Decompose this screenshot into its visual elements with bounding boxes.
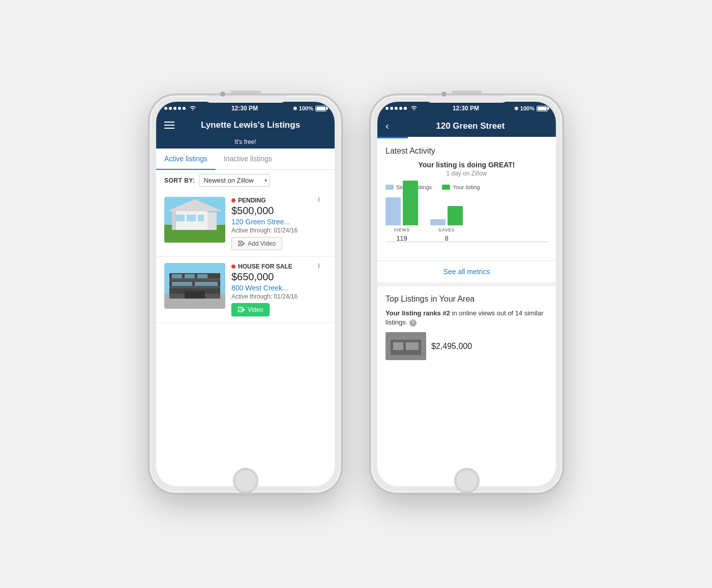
info-icon[interactable]: ? <box>409 319 417 327</box>
listing-img-2 <box>164 263 225 309</box>
svg-rect-3 <box>207 212 217 230</box>
listing-address-2[interactable]: 800 West Creek... <box>231 284 306 292</box>
video-icon-1 <box>238 241 245 247</box>
phone1-camera <box>220 92 225 97</box>
bluetooth-icon: ✱ <box>293 106 297 111</box>
svg-rect-22 <box>172 282 192 286</box>
listing-img-1 <box>164 197 225 243</box>
phone1-nav-bar: Lynette Lewis's Listings <box>156 115 335 135</box>
svg-marker-26 <box>243 308 245 311</box>
preview-price: $2,495,000 <box>431 342 472 351</box>
listing-price-2: $650,000 <box>231 271 306 283</box>
views-yours-bar <box>403 181 418 225</box>
phone2-speaker <box>452 91 482 94</box>
house2-image <box>164 263 225 309</box>
latest-activity-section: Latest Activity Your listing is doing GR… <box>377 138 556 260</box>
legend-yours-box <box>442 185 450 190</box>
phone1: 12:30 PM ✱ 100% Lynette Lewis's Listings <box>150 96 341 492</box>
listing-status-2: HOUSE FOR SALE <box>231 263 306 270</box>
listing-details-1: PENDING $500,000 120 Green Stree... Acti… <box>231 197 306 250</box>
sale-dot <box>231 264 235 269</box>
listing-card-1: PENDING $500,000 120 Green Stree... Acti… <box>156 191 335 257</box>
saves-value: 8 <box>444 234 448 242</box>
see-all-metrics-link[interactable]: See all metrics <box>443 268 490 276</box>
top-listings-title: Top Listings in Your Area <box>385 295 548 304</box>
phone2-nav-title: 120 Green Street <box>393 121 548 131</box>
back-button[interactable]: ‹ <box>385 120 393 132</box>
phone1-promo-text: It's free! <box>234 138 256 145</box>
phone1-nav-title: Lynette Lewis's Listings <box>174 120 327 130</box>
svg-rect-30 <box>406 342 419 350</box>
svg-rect-6 <box>187 215 196 221</box>
saves-bars <box>430 206 463 225</box>
listing-menu-2[interactable]: ··· <box>312 263 327 268</box>
views-label: VIEWS <box>394 227 410 232</box>
svg-rect-19 <box>172 274 182 278</box>
phone1-battery-area: ✱ 100% <box>293 105 327 111</box>
top-listings-section: Top Listings in Your Area Your listing r… <box>377 282 556 368</box>
phone2-home-button[interactable] <box>454 468 480 493</box>
phone2-battery-icon <box>537 106 548 111</box>
phone1-speaker <box>230 91 261 94</box>
listing-price-1: $500,000 <box>231 205 306 217</box>
video-icon-2 <box>238 307 245 313</box>
listing-status-label-2: HOUSE FOR SALE <box>238 263 292 270</box>
svg-marker-12 <box>243 242 245 245</box>
activity-headline: Your listing is doing GREAT! <box>385 161 548 169</box>
phone2-battery-pct: 100% <box>520 105 535 111</box>
phone2-battery-area: ✱ 100% <box>514 105 548 111</box>
views-bars <box>385 181 418 225</box>
house1-image <box>164 197 225 243</box>
phone2-notch <box>426 96 508 103</box>
wifi-icon <box>189 106 196 111</box>
activity-section-title: Latest Activity <box>385 146 548 156</box>
phone2-time: 12:30 PM <box>453 105 479 112</box>
listing-card-2: HOUSE FOR SALE $650,000 800 West Creek..… <box>156 257 335 323</box>
legend-yours: Your listing <box>442 184 480 190</box>
tab-inactive-listings[interactable]: Inactive listings <box>216 149 280 169</box>
sort-select[interactable]: Newest on Zillow Price: High to Low Pric… <box>199 174 270 187</box>
video-btn-2[interactable]: Video <box>231 303 270 316</box>
bluetooth-icon-2: ✱ <box>514 106 518 111</box>
phone2: 12:30 PM ✱ 100% ‹ 120 Green Street Lates… <box>371 96 562 492</box>
svg-rect-21 <box>197 274 207 278</box>
listing-address-1[interactable]: 120 Green Stree... <box>231 218 306 226</box>
add-video-btn-1[interactable]: Add Video <box>231 237 282 250</box>
phone1-promo-banner: It's free! <box>156 135 335 149</box>
preview-img <box>385 332 426 360</box>
phone2-camera <box>441 92 447 97</box>
views-similar-bar <box>385 197 401 225</box>
svg-rect-5 <box>175 215 185 221</box>
chart-group-saves: SAVES 8 <box>430 206 463 242</box>
sort-bar: SORT BY: Newest on Zillow Price: High to… <box>156 170 335 191</box>
phone1-time: 12:30 PM <box>231 105 258 112</box>
listing-details-2: HOUSE FOR SALE $650,000 800 West Creek..… <box>231 263 306 316</box>
activity-sub: 1 day on Zillow <box>385 170 548 177</box>
views-value: 119 <box>396 234 407 242</box>
chart-baseline <box>385 242 548 242</box>
rank-text: Your listing ranks #2 in online views ou… <box>385 309 548 327</box>
listing-status-label-1: PENDING <box>238 197 266 204</box>
listing-status-1: PENDING <box>231 197 306 204</box>
phone1-home-button[interactable] <box>233 468 258 493</box>
svg-rect-29 <box>393 342 403 350</box>
svg-rect-4 <box>172 211 176 230</box>
phone1-battery-icon <box>315 106 327 111</box>
saves-yours-bar <box>448 206 463 225</box>
preview-house-image <box>385 332 426 360</box>
listing-through-2: Active through: 01/24/16 <box>231 293 306 300</box>
svg-rect-7 <box>198 215 204 221</box>
phone2-status-bar: 12:30 PM ✱ 100% <box>377 102 556 115</box>
chart-group-views: VIEWS 119 <box>385 181 418 242</box>
phone1-notch <box>205 96 286 103</box>
tab-active-listings[interactable]: Active listings <box>156 149 216 170</box>
sort-wrapper: Newest on Zillow Price: High to Low Pric… <box>199 174 270 187</box>
hamburger-menu-icon[interactable] <box>164 122 174 129</box>
pending-dot <box>231 198 235 202</box>
listing-preview: $2,495,000 <box>385 332 548 360</box>
phone2-nav-bar: ‹ 120 Green Street <box>377 115 556 137</box>
video-label-1: Add Video <box>248 240 276 247</box>
phone1-tabs: Active listings Inactive listings <box>156 149 335 170</box>
listing-menu-1[interactable]: ··· <box>312 197 327 201</box>
phone1-signal <box>164 106 196 111</box>
